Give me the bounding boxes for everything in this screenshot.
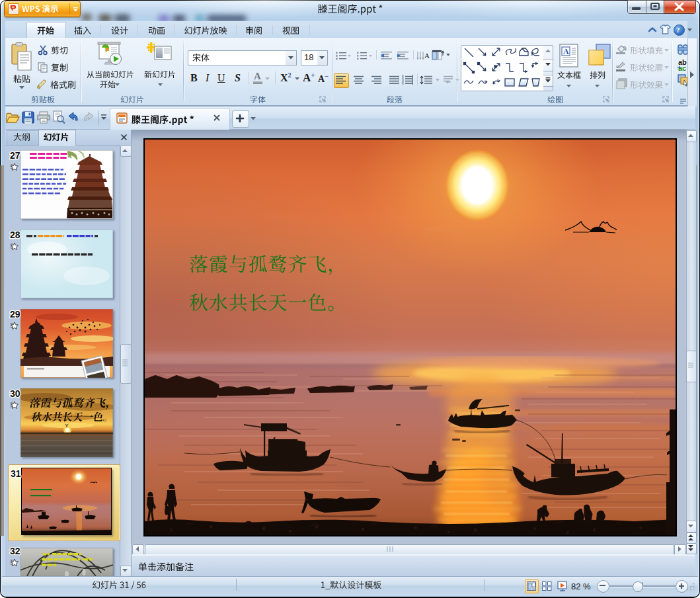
svg-text:29: 29 xyxy=(10,309,20,320)
svg-text:A: A xyxy=(424,52,430,60)
svg-text:28: 28 xyxy=(10,230,20,240)
svg-text:A: A xyxy=(563,47,569,56)
svg-text:31: 31 xyxy=(11,468,21,479)
svg-text:30: 30 xyxy=(10,388,20,399)
svg-text:32: 32 xyxy=(10,546,20,556)
svg-text:27: 27 xyxy=(10,150,20,161)
